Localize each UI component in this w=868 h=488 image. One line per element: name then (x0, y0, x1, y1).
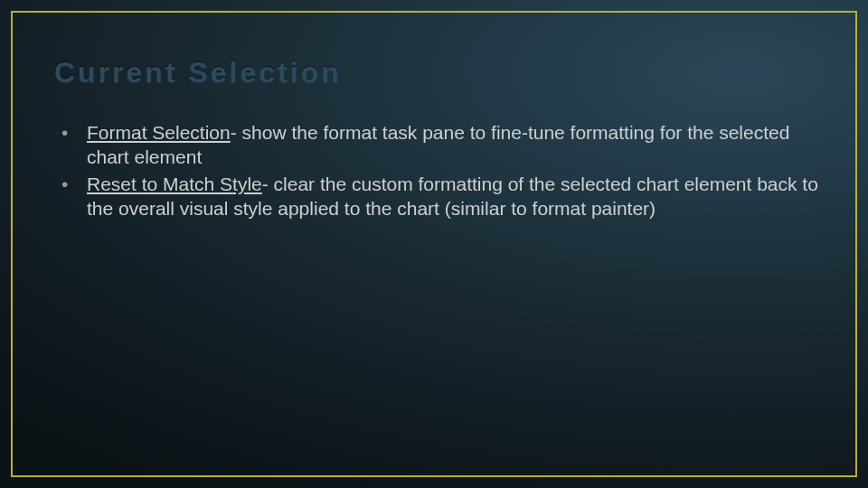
bullet-list: Format Selection- show the format task p… (54, 120, 819, 221)
slide-title: Current Selection (54, 56, 819, 89)
bullet-term: Format Selection (87, 122, 231, 143)
bullet-term: Reset to Match Style (87, 174, 262, 194)
list-item: Format Selection- show the format task p… (54, 120, 819, 170)
slide-frame: Current Selection Format Selection- show… (11, 11, 857, 477)
list-item: Reset to Match Style- clear the custom f… (54, 172, 819, 221)
